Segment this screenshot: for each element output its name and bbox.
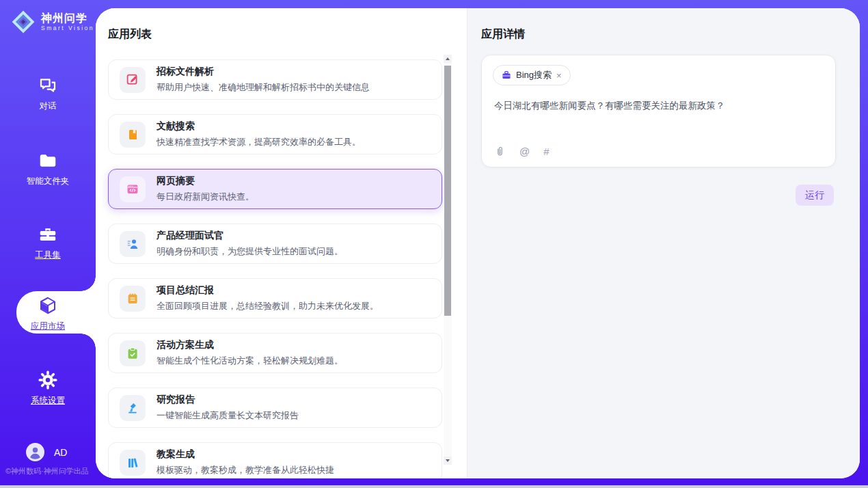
app-card-literature-search[interactable]: 文献搜索 快速精准查找学术资源，提高研究效率的必备工具。 — [108, 114, 442, 154]
folder-icon — [38, 150, 58, 171]
sidebar-item-chat[interactable]: 对话 — [0, 75, 96, 112]
icon-tile — [120, 450, 146, 476]
triangle-up-icon — [446, 57, 450, 60]
sidebar: 神州问学 Smart Vision 对话 智能文件夹 — [0, 0, 96, 485]
icon-tile — [120, 67, 146, 93]
card-text: 活动方案生成 智能生成个性化活动方案，轻松解决规划难题。 — [157, 339, 343, 367]
paperclip-icon[interactable] — [494, 146, 506, 157]
close-icon[interactable]: × — [556, 71, 562, 80]
app-detail-panel: 应用详情 Bing搜索 × 今日湖北有哪些新闻要点？有哪些需要关注的最新政策？ — [467, 8, 860, 478]
card-text: 产品经理面试官 明确身份和职责，为您提供专业性的面试问题。 — [157, 230, 343, 258]
query-textarea[interactable]: 今日湖北有哪些新闻要点？有哪些需要关注的最新政策？ — [494, 99, 822, 113]
composer-toolbar: @ # — [494, 146, 550, 157]
query-composer: Bing搜索 × 今日湖北有哪些新闻要点？有哪些需要关注的最新政策？ @ # — [481, 55, 836, 167]
book-icon — [126, 128, 139, 141]
brand-logo: 神州问学 Smart Vision — [11, 10, 94, 34]
icon-tile — [120, 231, 146, 257]
clipboard-check-icon — [126, 347, 139, 360]
chat-icon — [38, 75, 58, 96]
card-text: 网页摘要 每日政府新闻资讯快查。 — [157, 175, 254, 203]
user-account[interactable]: AD — [26, 443, 67, 461]
card-text: 项目总结汇报 全面回顾项目进展，总结经验教训，助力未来优化发展。 — [157, 284, 379, 312]
sidebar-item-label: 对话 — [0, 100, 96, 112]
app-card-desc: 帮助用户快速、准确地理解和解析招标书中的关键信息 — [157, 81, 370, 94]
app-detail-title: 应用详情 — [481, 27, 525, 42]
icon-tile — [120, 176, 146, 202]
card-text: 教案生成 模板驱动，教案秒成，教学准备从此轻松快捷 — [157, 448, 334, 476]
card-text: 研究报告 一键智能生成高质量长文本研究报告 — [157, 394, 299, 422]
bottom-edge-strip — [0, 485, 868, 488]
notepad-icon — [126, 292, 139, 306]
list-scrollbar — [444, 55, 452, 465]
sidebar-item-label: 系统设置 — [0, 395, 96, 407]
app-card-research-report[interactable]: 研究报告 一键智能生成高质量长文本研究报告 — [108, 388, 442, 428]
scrollbar-down-button[interactable] — [444, 457, 452, 465]
run-button[interactable]: 运行 — [796, 185, 834, 206]
app-card-title: 活动方案生成 — [157, 339, 343, 351]
avatar — [26, 443, 44, 461]
card-text: 文献搜索 快速精准查找学术资源，提高研究效率的必备工具。 — [157, 120, 361, 148]
sidebar-item-toolset[interactable]: 工具集 — [0, 224, 96, 261]
app-card-title: 研究报告 — [157, 394, 299, 406]
app-window: 神州问学 Smart Vision 对话 智能文件夹 — [0, 0, 868, 488]
app-card-web-summary[interactable]: 网页摘要 每日政府新闻资讯快查。 — [108, 169, 442, 209]
app-card-bid-parse[interactable]: 招标文件解析 帮助用户快速、准确地理解和解析招标书中的关键信息 — [108, 59, 442, 100]
app-card-title: 教案生成 — [157, 448, 334, 461]
tool-tag-bing[interactable]: Bing搜索 × — [493, 65, 571, 85]
app-card-desc: 明确身份和职责，为您提供专业性的面试问题。 — [157, 245, 343, 258]
app-card-desc: 每日政府新闻资讯快查。 — [157, 191, 254, 203]
interviewer-icon — [126, 237, 139, 251]
app-card-desc: 一键智能生成高质量长文本研究报告 — [157, 409, 299, 422]
gear-icon — [38, 370, 58, 390]
card-text: 招标文件解析 帮助用户快速、准确地理解和解析招标书中的关键信息 — [157, 66, 370, 94]
app-card-title: 网页摘要 — [157, 175, 254, 187]
sidebar-item-smart-folder[interactable]: 智能文件夹 — [0, 150, 96, 187]
tool-tag-label: Bing搜索 — [516, 69, 552, 81]
brand-name: 神州问学 — [41, 12, 94, 25]
app-card-project-summary[interactable]: 项目总结汇报 全面回顾项目进展，总结经验教训，助力未来优化发展。 — [108, 278, 442, 318]
hash-icon[interactable]: # — [543, 146, 549, 157]
sidebar-item-label: 智能文件夹 — [0, 176, 96, 187]
app-card-title: 产品经理面试官 — [157, 230, 343, 242]
app-card-title: 招标文件解析 — [157, 66, 370, 78]
app-card-event-plan[interactable]: 活动方案生成 智能生成个性化活动方案，轻松解决规划难题。 — [108, 333, 442, 373]
main-container: 应用列表 招标文件解析 帮助用户快速、准确地理解和解析招标书中的关键信息 — [96, 8, 860, 478]
app-card-pm-interviewer[interactable]: 产品经理面试官 明确身份和职责，为您提供专业性的面试问题。 — [108, 223, 442, 264]
briefcase-icon — [502, 70, 511, 80]
app-card-lesson-plan[interactable]: 教案生成 模板驱动，教案秒成，教学准备从此轻松快捷 — [108, 442, 442, 478]
doc-edit-icon — [126, 73, 139, 87]
toolbox-icon — [38, 224, 58, 245]
scrollbar-thumb[interactable] — [444, 66, 451, 316]
research-icon — [126, 401, 139, 415]
diamond-logo-icon — [11, 10, 36, 34]
app-card-desc: 智能生成个性化活动方案，轻松解决规划难题。 — [157, 355, 343, 367]
brand-text: 神州问学 Smart Vision — [41, 12, 94, 31]
app-list: 招标文件解析 帮助用户快速、准确地理解和解析招标书中的关键信息 文献搜索 快速精… — [108, 59, 442, 478]
scrollbar-up-button[interactable] — [444, 55, 452, 63]
brand-subtitle: Smart Vision — [41, 25, 94, 31]
icon-tile — [120, 395, 146, 421]
cube-icon — [38, 295, 58, 316]
app-list-title: 应用列表 — [108, 27, 152, 42]
app-card-title: 项目总结汇报 — [157, 284, 379, 297]
app-card-desc: 模板驱动，教案秒成，教学准备从此轻松快捷 — [157, 464, 334, 476]
sidebar-item-label: 工具集 — [0, 249, 96, 261]
app-card-desc: 快速精准查找学术资源，提高研究效率的必备工具。 — [157, 136, 361, 148]
app-list-panel: 应用列表 招标文件解析 帮助用户快速、准确地理解和解析招标书中的关键信息 — [96, 8, 467, 478]
icon-tile — [120, 340, 146, 366]
books-icon — [126, 456, 139, 470]
icon-tile — [120, 122, 146, 148]
mention-icon[interactable]: @ — [519, 146, 530, 157]
sidebar-item-label: 应用市场 — [0, 321, 96, 332]
user-initials: AD — [54, 447, 67, 458]
sidebar-item-app-market[interactable]: 应用市场 — [0, 295, 96, 332]
sidebar-item-settings[interactable]: 系统设置 — [0, 370, 96, 407]
app-card-desc: 全面回顾项目进展，总结经验教训，助力未来优化发展。 — [157, 300, 379, 312]
copyright-text: ©神州数码·神州问学出品 — [5, 466, 101, 476]
icon-tile — [120, 286, 146, 312]
app-card-title: 文献搜索 — [157, 120, 361, 133]
triangle-down-icon — [446, 459, 450, 462]
web-summary-icon — [126, 182, 139, 196]
